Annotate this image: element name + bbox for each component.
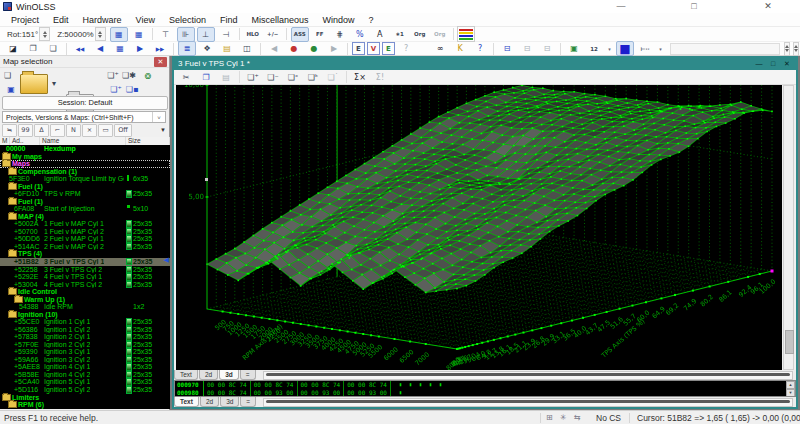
tree-row[interactable]: +5CA40Ignition 5 Cyl 125x35 <box>0 378 170 386</box>
axis-off-button[interactable]: ⊣ <box>217 27 235 42</box>
tree-row[interactable]: +5AEE8Ignition 4 Cyl 125x35 <box>0 363 170 371</box>
map-subtract-button[interactable]: ❏⁻ <box>264 70 282 85</box>
grid-status-icon[interactable]: ⊞ <box>546 413 553 422</box>
tree-folder-row[interactable]: TPS (4) <box>0 250 170 258</box>
tree-row[interactable]: 54388Idle RPM1x2 <box>0 303 170 311</box>
menu-window[interactable]: Window <box>315 15 361 25</box>
absolute-a-button[interactable]: A <box>371 27 389 42</box>
tree-folder-row[interactable]: Maps <box>0 160 170 168</box>
percent-button[interactable]: % <box>351 27 369 42</box>
hexdump-panel[interactable]: 00097000 00 8C 7400 00 8C 7400 00 8C 740… <box>174 380 796 397</box>
map-multiply-button[interactable]: ❏ˣ <box>284 70 302 85</box>
back-button[interactable]: ◀ <box>265 41 283 56</box>
create-map-button[interactable]: ❏✱ <box>122 70 136 81</box>
map-overview-button[interactable]: ▦ <box>111 41 129 56</box>
tree-folder-row[interactable]: Warm Up (1) <box>0 296 170 304</box>
view-2d-button[interactable]: V <box>367 42 380 55</box>
vertical-scrollbar-thumb[interactable] <box>785 330 794 354</box>
menu-edit[interactable]: Edit <box>46 15 76 25</box>
print-button[interactable]: ⊟ <box>498 41 516 56</box>
filter-compare-button[interactable]: ≒ <box>2 124 17 137</box>
window-tile-button[interactable]: ❐ <box>24 41 42 56</box>
org-button[interactable]: Org <box>411 27 429 42</box>
tree-row[interactable]: +522583 Fuel v TPS Cyl 225x35 <box>0 266 170 274</box>
session-button[interactable]: Session: Default <box>2 96 168 110</box>
hexdump-row[interactable]: 00098000 00 8C 7400 00 93 0000 00 93 000… <box>175 389 795 397</box>
tab-[interactable]: = <box>240 370 256 380</box>
search-maps-button[interactable]: ❖ <box>198 41 216 56</box>
spinner-a[interactable] <box>784 42 790 56</box>
last-map-button[interactable]: ▶▶ <box>151 41 169 56</box>
maximize-button[interactable]: □ <box>683 0 705 13</box>
tree-row[interactable]: +507001 Fuel v MAP Cyl 225x35 <box>0 228 170 236</box>
tree-row[interactable]: +5002A1 Fuel v MAP Cyl 125x35 <box>0 220 170 228</box>
value-format-dropdown[interactable]: ▾ <box>605 41 614 56</box>
spinner-b-up[interactable] <box>794 45 798 48</box>
tree-folder-row[interactable]: Ignition (10) <box>0 311 170 319</box>
scroll-down-icon[interactable]: ▼ <box>786 389 795 397</box>
column-header-name[interactable]: Name <box>40 137 126 145</box>
zoom-trough[interactable] <box>670 43 780 55</box>
copy-button[interactable]: ❐ <box>197 70 215 85</box>
horizontal-scrollbar[interactable] <box>263 398 793 407</box>
tree-row[interactable]: +55CE0Ignition 1 Cyl 125x35 <box>0 318 170 326</box>
tree-row[interactable]: +514AC2 Fuel v MAP Cyl 225x35 <box>0 243 170 251</box>
table-view-button[interactable]: ▦ <box>130 27 148 42</box>
tree-row[interactable]: +56386Ignition 1 Cyl 225x35 <box>0 326 170 334</box>
minimize-button[interactable]: — <box>610 0 632 13</box>
first-map-button[interactable]: ◀◀ <box>71 41 89 56</box>
filter-dropdown-icon[interactable]: ▼ <box>160 127 166 133</box>
binoculars-button[interactable]: ∞ <box>431 41 449 56</box>
tree-folder-row[interactable]: Idle Control <box>0 288 170 296</box>
swap-status-icon[interactable]: ⇆ <box>574 413 581 422</box>
tree-row[interactable]: +5292E4 Fuel v TPS Cyl 125x35 <box>0 273 170 281</box>
tab-text[interactable]: Text <box>174 370 198 380</box>
connect-green-button[interactable]: ● <box>305 41 323 56</box>
map-constant-button[interactable]: ❏ᵏ <box>304 70 322 85</box>
tree-row[interactable]: +50DD62 Fuel v MAP Cyl 125x35 <box>0 235 170 243</box>
window-minimize-button[interactable]: — <box>752 58 766 70</box>
plus-minus-button[interactable]: +/− <box>264 27 282 42</box>
colors-button[interactable] <box>457 26 475 42</box>
tree-folder-row[interactable]: Limiters <box>0 394 170 402</box>
help-pointer-button[interactable]: ? <box>471 41 489 56</box>
tree-row[interactable]: +59A66Ignition 3 Cyl 225x35 <box>0 356 170 364</box>
filter-off-button[interactable]: Off <box>114 124 132 137</box>
gear-status-icon[interactable]: ✳ <box>560 413 567 422</box>
tree-folder-row[interactable]: Fuel (1) <box>0 198 170 206</box>
tab-3d[interactable]: 3d <box>219 370 239 380</box>
chevron-down-icon[interactable]: ˅ <box>152 112 165 122</box>
tab-[interactable]: = <box>240 397 256 407</box>
menu-selection[interactable]: Selection <box>162 15 213 25</box>
tree-row[interactable]: +5B58EIgnition 4 Cyl 225x35 <box>0 371 170 379</box>
menu-find[interactable]: Find <box>213 15 245 25</box>
filter-name-button[interactable]: N <box>66 124 81 137</box>
tree-row[interactable]: +51B823 Fuel v TPS Cyl 125x35 <box>0 258 170 266</box>
online-maps-button[interactable]: ❂ <box>139 70 157 83</box>
project-window-button[interactable]: ◫ <box>238 41 256 56</box>
horizontal-scrollbar[interactable] <box>263 371 793 380</box>
axis-left-button[interactable]: ⊪ <box>177 27 195 42</box>
factor-one-button[interactable]: ∗1 <box>391 27 409 42</box>
panel-close-icon[interactable]: ✕ <box>154 57 167 67</box>
column-header-ad[interactable]: Ad.. <box>10 137 40 145</box>
window-cascade-button[interactable]: ❏ <box>44 41 62 56</box>
spinner-b[interactable] <box>793 42 799 56</box>
tab-text[interactable]: Text <box>174 397 199 407</box>
hilo-button[interactable]: HLO <box>244 27 262 42</box>
key-button[interactable]: K <box>451 41 469 56</box>
map-original-button[interactable]: ❏˙ <box>324 70 342 85</box>
grid-view-button[interactable]: ▦ <box>110 27 128 42</box>
zoom-spinner[interactable] <box>95 27 106 41</box>
print-preview-button[interactable]: ⊟ <box>518 41 536 56</box>
vertical-scrollbar[interactable] <box>783 85 794 370</box>
tree-row[interactable]: +57838Ignition 2 Cyl 125x35 <box>0 333 170 341</box>
tab-2d[interactable]: 2d <box>199 370 218 380</box>
cut-button[interactable]: ✂ <box>177 70 195 85</box>
rotation-spinner-down[interactable] <box>43 35 47 38</box>
tab-3d[interactable]: 3d <box>220 397 239 407</box>
window-maximize-button[interactable]: □ <box>766 58 780 70</box>
open-project-button[interactable] <box>20 74 48 94</box>
connect-red-button[interactable]: ● <box>285 41 303 56</box>
scroll-up-icon[interactable]: ▲ <box>786 381 795 389</box>
